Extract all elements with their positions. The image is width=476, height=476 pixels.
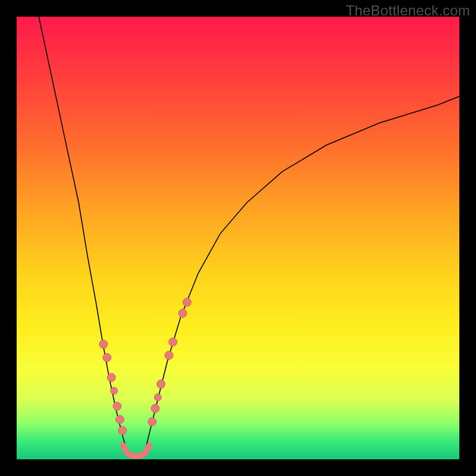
data-point (118, 427, 127, 435)
data-point (165, 351, 173, 359)
data-point (103, 353, 111, 362)
chart-svg (17, 17, 459, 459)
data-point (107, 373, 115, 381)
data-point (113, 402, 121, 411)
data-point (169, 338, 177, 346)
data-point (183, 298, 191, 306)
data-point (178, 309, 187, 318)
data-point (154, 394, 161, 401)
curve-right-branch (144, 96, 459, 455)
data-point (148, 418, 156, 426)
data-point (157, 380, 165, 389)
data-point (151, 404, 159, 412)
outer-frame: TheBottleneck.com (0, 0, 476, 476)
optimum-band (123, 445, 150, 456)
data-point (111, 387, 118, 394)
data-point (99, 340, 108, 349)
data-point (115, 415, 124, 424)
